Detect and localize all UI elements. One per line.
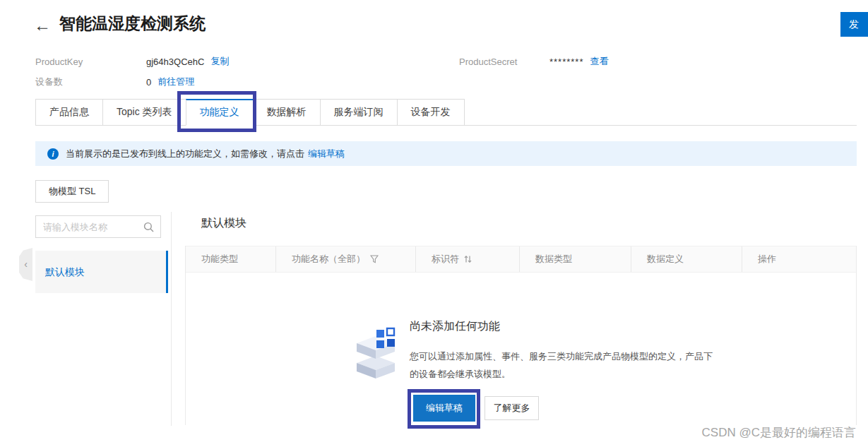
column-actions: 操作: [742, 246, 856, 272]
search-icon: [143, 222, 154, 232]
table-header-row: 功能类型 功能名称（全部） 标识符 数据类型 数据定义: [186, 246, 856, 273]
edit-draft-button[interactable]: 编辑草稿: [413, 395, 475, 422]
column-identifier: 标识符: [416, 246, 520, 272]
info-banner: i 当前展示的是已发布到线上的功能定义，如需修改，请点击 编辑草稿: [35, 141, 857, 166]
copy-product-key-link[interactable]: 复制: [210, 55, 229, 68]
banner-text: 当前展示的是已发布到线上的功能定义，如需修改，请点击: [66, 148, 304, 160]
tab-data-parsing[interactable]: 数据解析: [253, 99, 321, 126]
column-function-name: 功能名称（全部）: [276, 246, 416, 272]
active-indicator-bar: [166, 251, 168, 293]
manage-devices-link[interactable]: 前往管理: [157, 76, 194, 88]
tab-bar: 产品信息 Topic 类列表 功能定义 数据解析 服务端订阅 设备开发: [35, 99, 465, 126]
device-count-value: 0: [146, 77, 151, 88]
sidebar-collapse-handle[interactable]: ‹: [19, 248, 32, 281]
product-secret-row: ProductSecret ******** 查看: [459, 55, 608, 68]
product-key-row: ProductKey gj64h3QCehC 复制: [35, 55, 229, 68]
column-label: 数据定义: [647, 253, 684, 266]
column-function-type: 功能类型: [186, 246, 276, 272]
tab-product-info[interactable]: 产品信息: [35, 99, 103, 126]
back-button[interactable]: ←: [34, 16, 51, 35]
sort-icon[interactable]: [464, 255, 472, 263]
empty-state-icon: [355, 323, 398, 384]
sidebar-item-default-module[interactable]: 默认模块: [35, 251, 168, 293]
product-secret-label: ProductSecret: [459, 56, 549, 67]
column-data-definition: 数据定义: [631, 246, 742, 272]
tab-server-subscription[interactable]: 服务端订阅: [320, 99, 398, 126]
column-label: 功能类型: [201, 253, 238, 266]
publish-button[interactable]: 发: [840, 12, 868, 37]
product-key-value: gj64h3QCehC: [146, 56, 204, 67]
empty-state-title: 尚未添加任何功能: [410, 319, 500, 334]
tsl-model-button[interactable]: 物模型 TSL: [35, 180, 109, 203]
module-title: 默认模块: [201, 216, 246, 231]
column-label: 功能名称（全部）: [292, 253, 365, 266]
column-label: 操作: [758, 253, 776, 266]
watermark: CSDN @C是最好的编程语言: [702, 424, 856, 441]
column-label: 标识符: [432, 253, 459, 266]
device-count-label: 设备数: [35, 76, 146, 88]
sidebar-item-label: 默认模块: [45, 266, 85, 278]
tab-device-development[interactable]: 设备开发: [397, 99, 465, 126]
product-secret-value: ********: [549, 56, 583, 67]
empty-state-description-line1: 您可以通过添加属性、事件、服务三类功能完成产品物模型的定义，产品下: [410, 350, 713, 363]
chevron-left-icon: ‹: [24, 258, 28, 270]
device-count-row: 设备数 0 前往管理: [35, 76, 194, 88]
column-data-type: 数据类型: [520, 246, 631, 272]
empty-state-description-line2: 的设备都会继承该模型。: [410, 368, 511, 381]
tab-topic-list[interactable]: Topic 类列表: [102, 99, 186, 126]
column-label: 数据类型: [535, 253, 572, 266]
learn-more-button[interactable]: 了解更多: [484, 396, 539, 420]
info-icon: i: [47, 148, 59, 160]
module-search-input[interactable]: [36, 216, 160, 237]
view-product-secret-link[interactable]: 查看: [590, 55, 608, 68]
filter-icon[interactable]: [370, 255, 379, 263]
product-detail-page: ← 智能温湿度检测系统 发 ProductKey gj64h3QCehC 复制 …: [0, 0, 868, 447]
vertical-divider: [171, 212, 172, 426]
module-search-box: [35, 215, 161, 238]
edit-draft-link[interactable]: 编辑草稿: [308, 148, 345, 160]
product-key-label: ProductKey: [35, 56, 146, 67]
tab-function-definition[interactable]: 功能定义: [186, 99, 254, 126]
page-title: 智能温湿度检测系统: [59, 13, 206, 35]
